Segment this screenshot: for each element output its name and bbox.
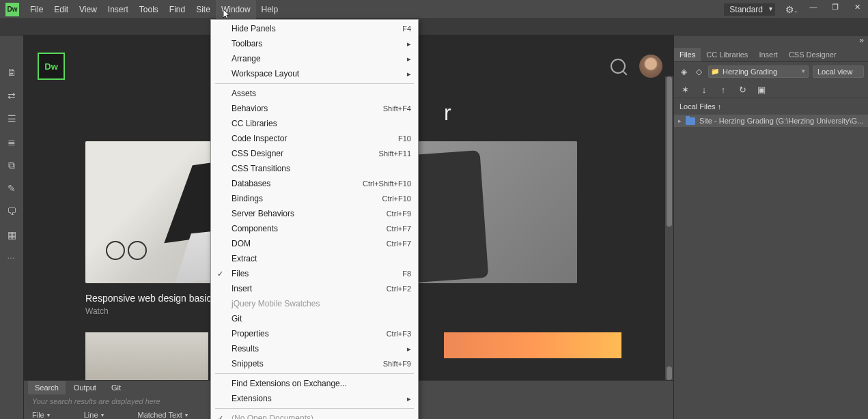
- menu-item-bindings[interactable]: BindingsCtrl+F10: [211, 191, 418, 206]
- more-tools-icon[interactable]: …: [0, 251, 23, 261]
- menu-item-hide-panels[interactable]: Hide PanelsF4: [211, 21, 418, 36]
- menu-insert[interactable]: Insert: [102, 0, 134, 19]
- menu-item-components[interactable]: ComponentsCtrl+F7: [211, 221, 418, 236]
- menu-site[interactable]: Site: [191, 0, 216, 19]
- search-icon[interactable]: [611, 59, 626, 74]
- secondary-toolbar: [0, 19, 868, 35]
- menu-item-git[interactable]: Git: [211, 311, 418, 326]
- sync-settings-icon[interactable]: ⚙₊: [781, 4, 802, 15]
- panel-tab-css-designer[interactable]: CSS Designer: [783, 48, 842, 61]
- chevron-right-icon[interactable]: ▸: [678, 117, 682, 124]
- link-tool-icon[interactable]: ⧉: [5, 158, 18, 172]
- column-header[interactable]: Line ▾: [84, 411, 104, 419]
- site-root-label: Site - Herzing Grading (G:\Herzing Unive…: [699, 117, 863, 125]
- document-tool-icon[interactable]: 🗎: [5, 66, 18, 79]
- menu-item-css-transitions[interactable]: CSS Transitions: [211, 161, 418, 176]
- workspace-preset-dropdown[interactable]: Standard: [724, 3, 775, 16]
- menu-item-arrange[interactable]: Arrange: [211, 51, 418, 66]
- dreamweaver-logo: Dw: [38, 53, 65, 80]
- menu-item-jquery-mobile-swatches: jQuery Mobile Swatches: [211, 296, 418, 311]
- menu-window[interactable]: Window: [216, 0, 256, 19]
- menu-item-cc-libraries[interactable]: CC Libraries: [211, 116, 418, 131]
- get-file-icon[interactable]: ↓: [699, 84, 710, 95]
- code-tool-icon[interactable]: ⇄: [5, 89, 18, 102]
- expand-panel-icon[interactable]: ▣: [756, 84, 767, 95]
- column-header[interactable]: Matched Text ▾: [138, 411, 188, 419]
- window-menu-dropdown: Hide PanelsF4ToolbarsArrangeWorkspace La…: [210, 19, 419, 419]
- panel-tab-cc-libraries[interactable]: CC Libraries: [701, 48, 753, 61]
- sync-icon[interactable]: ↻: [737, 84, 748, 95]
- menu-item-assets[interactable]: Assets: [211, 86, 418, 101]
- tutorial-card[interactable]: [85, 332, 208, 380]
- put-file-icon[interactable]: ↑: [718, 84, 729, 95]
- site-root-row[interactable]: ▸ Site - Herzing Grading (G:\Herzing Uni…: [674, 115, 868, 127]
- menu-view[interactable]: View: [74, 0, 102, 19]
- ftp-servers-icon[interactable]: ◈: [678, 66, 689, 77]
- menu-file[interactable]: File: [25, 0, 48, 19]
- view-dropdown[interactable]: Local view: [813, 66, 864, 78]
- menu-item-toolbars[interactable]: Toolbars: [211, 36, 418, 51]
- menu-item-extract[interactable]: Extract: [211, 251, 418, 266]
- section-title-fragment: r: [444, 100, 451, 126]
- user-avatar[interactable]: [639, 55, 662, 78]
- tutorial-card[interactable]: [444, 332, 621, 358]
- sort-arrow-icon: ↑: [718, 102, 722, 111]
- menu-item-extensions[interactable]: Extensions: [211, 391, 418, 406]
- menu-item-find-extensions-on-exchange[interactable]: Find Extensions on Exchange...: [211, 376, 418, 391]
- image-tool-icon[interactable]: ▦: [5, 228, 18, 242]
- titlebar: Dw FileEditViewInsertToolsFindSiteWindow…: [0, 0, 868, 19]
- menu-item-server-behaviors[interactable]: Server BehaviorsCtrl+F9: [211, 206, 418, 221]
- panel-collapse-icon[interactable]: »: [674, 35, 868, 48]
- folder-icon: [686, 117, 695, 125]
- menu-help[interactable]: Help: [256, 0, 284, 19]
- menu-tools[interactable]: Tools: [134, 0, 164, 19]
- menu-item-databases[interactable]: DatabasesCtrl+Shift+F10: [211, 176, 418, 191]
- vertical-toolbar: 🗎 ⇄ ☰ ≣ ⧉ ✎ 🗨 ▦ …: [0, 35, 24, 419]
- bottom-tab-git[interactable]: Git: [104, 381, 128, 394]
- menu-edit[interactable]: Edit: [48, 0, 74, 19]
- site-setup-icon[interactable]: ◇: [693, 66, 704, 77]
- menu-item-insert[interactable]: InsertCtrl+F2: [211, 281, 418, 296]
- bottom-tab-search[interactable]: Search: [28, 381, 66, 394]
- menu-item-no-open-documents: (No Open Documents): [211, 411, 418, 419]
- menu-item-results[interactable]: Results: [211, 341, 418, 356]
- list-tool-icon[interactable]: ≣: [5, 135, 18, 149]
- menu-item-css-designer[interactable]: CSS DesignerShift+F11: [211, 146, 418, 161]
- restore-button[interactable]: ❐: [824, 0, 846, 19]
- menu-item-code-inspector[interactable]: Code InspectorF10: [211, 131, 418, 146]
- panel-tab-files[interactable]: Files: [674, 48, 701, 61]
- menu-item-files[interactable]: FilesF8: [211, 266, 418, 281]
- site-dropdown[interactable]: Herzing Grading: [708, 66, 809, 78]
- selector-tool-icon[interactable]: ✎: [5, 182, 18, 195]
- menu-item-properties[interactable]: PropertiesCtrl+F3: [211, 326, 418, 341]
- menu-item-dom[interactable]: DOMCtrl+F7: [211, 236, 418, 251]
- column-header[interactable]: File ▾: [32, 411, 50, 419]
- minimize-button[interactable]: —: [802, 0, 824, 19]
- bottom-tab-output[interactable]: Output: [67, 381, 103, 394]
- right-panel: » FilesCC LibrariesInsertCSS Designer ◈ …: [673, 35, 868, 419]
- scrollbar[interactable]: [665, 76, 673, 380]
- comment-tool-icon[interactable]: 🗨: [5, 205, 18, 218]
- menu-item-behaviors[interactable]: BehaviorsShift+F4: [211, 101, 418, 116]
- manage-sites-icon[interactable]: ☰: [5, 112, 18, 126]
- local-files-header[interactable]: Local Files ↑: [674, 98, 868, 115]
- panel-tab-insert[interactable]: Insert: [753, 48, 783, 61]
- menu-item-workspace-layout[interactable]: Workspace Layout: [211, 66, 418, 81]
- close-button[interactable]: ✕: [846, 0, 868, 19]
- app-icon: Dw: [5, 3, 19, 16]
- menu-find[interactable]: Find: [164, 0, 191, 19]
- mouse-cursor-icon: [223, 10, 232, 20]
- connect-icon[interactable]: ✶: [680, 84, 690, 95]
- menu-item-snippets[interactable]: SnippetsShift+F9: [211, 356, 418, 371]
- menubar: FileEditViewInsertToolsFindSiteWindowHel…: [25, 0, 283, 19]
